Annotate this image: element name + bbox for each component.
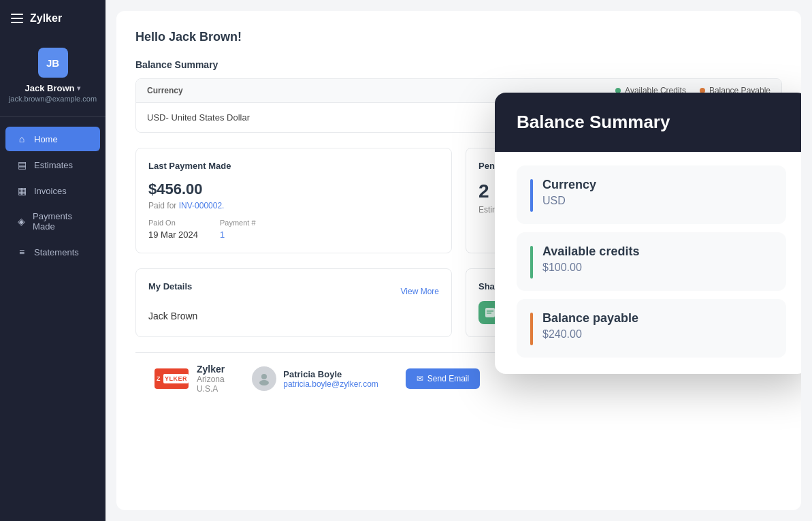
sidebar-item-label: Home — [34, 134, 58, 144]
dropdown-caret-icon: ▾ — [77, 84, 80, 92]
popup-currency-value: USD — [542, 195, 596, 207]
sidebar-item-label: Estimates — [34, 160, 73, 170]
payment-amount: $456.00 — [148, 180, 439, 198]
popup-credits-row: Available credits $100.00 — [517, 232, 786, 291]
popup-header: Balance Summary — [495, 93, 801, 152]
footer-contact: Patricia Boyle patricia.boyle@zylker.com — [252, 366, 378, 391]
popup-currency-content: Currency USD — [542, 178, 596, 207]
popup-payable-label: Balance payable — [542, 311, 638, 326]
logo-brand-text: YLKER — [163, 374, 189, 383]
popup-row-inner: Currency USD — [530, 178, 773, 212]
contact-name: Patricia Boyle — [283, 369, 378, 379]
user-email: jack.brown@example.com — [9, 95, 97, 103]
send-email-label: Send Email — [427, 374, 469, 383]
popup-credits-label: Available credits — [542, 244, 639, 259]
paid-on-item: Paid On 19 Mar 2024 — [148, 219, 198, 240]
payments-icon: ◈ — [16, 216, 26, 227]
sidebar-item-label: Statements — [34, 247, 79, 257]
svg-point-3 — [261, 374, 267, 379]
popup-payable-value: $240.00 — [542, 328, 638, 341]
estimates-icon: ▤ — [16, 159, 27, 170]
balance-popup: Balance Summary Currency USD — [495, 93, 801, 374]
payment-num-label: Payment # — [220, 219, 256, 227]
main-inner: Hello Jack Brown! Balance Summary Curren… — [116, 11, 801, 510]
company-address2: U.S.A — [197, 384, 225, 394]
invoices-icon: ▦ — [16, 185, 27, 196]
my-details-title: My Details — [148, 281, 192, 291]
payment-num-link[interactable]: 1 — [220, 230, 225, 240]
popup-currency-label: Currency — [542, 178, 596, 192]
sidebar-item-statements[interactable]: ≡ Statements — [5, 240, 100, 264]
sidebar-item-estimates[interactable]: ▤ Estimates — [5, 153, 100, 177]
payment-for: Paid for INV-000002. — [148, 201, 439, 210]
envelope-icon: ✉ — [417, 374, 423, 383]
balance-summary-title: Balance Summary — [135, 59, 782, 70]
sidebar-header: Zylker — [0, 0, 105, 37]
statements-icon: ≡ — [16, 247, 27, 257]
details-header: My Details View More — [148, 281, 439, 301]
company-address1: Arizona — [197, 375, 225, 384]
sidebar-item-home[interactable]: ⌂ Home — [5, 127, 100, 151]
user-name[interactable]: Jack Brown ▾ — [25, 83, 81, 93]
sidebar-item-label: Invoices — [34, 186, 67, 196]
main-content: Hello Jack Brown! Balance Summary Curren… — [105, 0, 812, 521]
contact-email: patricia.boyle@zylker.com — [283, 379, 378, 389]
company-info: Zylker Arizona U.S.A — [197, 364, 225, 394]
sidebar-item-payments[interactable]: ◈ Payments Made — [5, 204, 100, 238]
popup-payable-row: Balance payable $240.00 — [517, 299, 786, 358]
popup-row-inner: Balance payable $240.00 — [530, 311, 773, 345]
svg-rect-1 — [487, 311, 493, 312]
last-payment-title: Last Payment Made — [148, 161, 439, 171]
green-accent-bar — [530, 246, 533, 279]
popup-payable-content: Balance payable $240.00 — [542, 311, 638, 341]
popup-credits-value: $100.00 — [542, 262, 639, 274]
popup-credits-content: Available credits $100.00 — [542, 244, 639, 274]
sidebar-user-section: JB Jack Brown ▾ jack.brown@example.com — [0, 37, 105, 117]
orange-accent-bar — [530, 313, 533, 345]
app-name: Zylker — [30, 12, 62, 25]
page-greeting: Hello Jack Brown! — [135, 30, 782, 44]
home-icon: ⌂ — [16, 133, 27, 144]
popup-currency-row: Currency USD — [517, 165, 786, 224]
footer-company: Z YLKER Zylker Arizona U.S.A — [155, 364, 225, 394]
popup-title: Balance Summary — [517, 112, 786, 133]
logo-z-icon: Z — [155, 374, 163, 383]
paid-on-label: Paid On — [148, 219, 198, 227]
view-more-link[interactable]: View More — [401, 287, 439, 296]
company-name: Zylker — [197, 364, 225, 375]
popup-row-inner: Available credits $100.00 — [530, 244, 773, 279]
sidebar-item-label: Payments Made — [33, 211, 89, 232]
send-email-button[interactable]: ✉ Send Email — [406, 368, 480, 389]
paid-on-value: 19 Mar 2024 — [148, 230, 198, 240]
zylker-logo: Z YLKER — [155, 368, 189, 389]
payment-meta: Paid On 19 Mar 2024 Payment # 1 — [148, 219, 439, 240]
contact-avatar — [252, 366, 276, 391]
blue-accent-bar — [530, 179, 533, 212]
avatar: JB — [38, 48, 68, 78]
sidebar: Zylker JB Jack Brown ▾ jack.brown@exampl… — [0, 0, 105, 521]
svg-rect-2 — [487, 313, 491, 314]
invoice-link[interactable]: INV-000002. — [179, 201, 225, 210]
hamburger-menu-icon[interactable] — [11, 14, 23, 23]
svg-point-4 — [259, 380, 269, 385]
sidebar-item-invoices[interactable]: ▦ Invoices — [5, 178, 100, 203]
popup-body: Currency USD Available credits $100.00 — [495, 152, 801, 374]
my-details-card: My Details View More Jack Brown — [135, 268, 452, 337]
payment-num-item: Payment # 1 — [220, 219, 256, 240]
contact-info: Patricia Boyle patricia.boyle@zylker.com — [283, 369, 378, 389]
last-payment-card: Last Payment Made $456.00 Paid for INV-0… — [135, 148, 452, 253]
sidebar-nav: ⌂ Home ▤ Estimates ▦ Invoices ◈ Payments… — [0, 117, 105, 521]
details-name-value: Jack Brown — [148, 311, 439, 321]
